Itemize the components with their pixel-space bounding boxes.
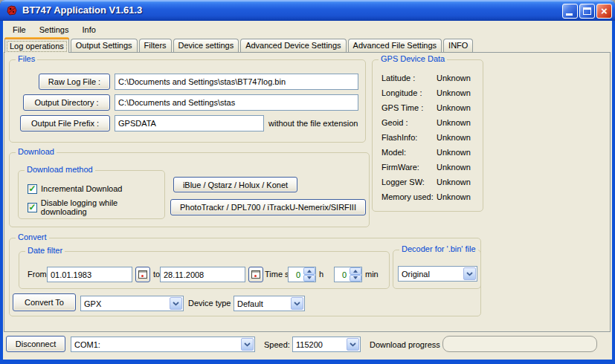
- chevron-down-icon: [244, 342, 251, 347]
- com-port-combobox[interactable]: COM1:: [71, 337, 255, 352]
- speed-label: Speed:: [264, 340, 290, 349]
- minimize-icon: [566, 13, 573, 16]
- window-title: BT747 Application V1.61.3: [22, 4, 142, 16]
- tab-panel: [4, 52, 611, 332]
- menu-item-settings[interactable]: Settings: [33, 23, 76, 36]
- tab-output-settings[interactable]: Output Settings: [71, 39, 138, 52]
- maximize-icon: [583, 7, 591, 15]
- titlebar[interactable]: BT747 Application V1.61.3 ×: [0, 0, 615, 21]
- speed-value: 115200: [296, 340, 323, 349]
- com-port-value: COM1:: [74, 340, 100, 349]
- app-icon: [6, 4, 18, 16]
- close-icon: ×: [601, 5, 608, 16]
- download-progress-label: Download progress: [370, 340, 440, 349]
- download-progress-bar: [442, 336, 597, 352]
- speed-dropdown-button[interactable]: [347, 338, 359, 351]
- menu-item-info[interactable]: Info: [75, 23, 102, 36]
- tab-filters[interactable]: Filters: [139, 39, 172, 52]
- tab-info[interactable]: INFO: [443, 39, 473, 52]
- maximize-button[interactable]: [579, 4, 595, 19]
- tab-device-settings[interactable]: Device settings: [173, 39, 239, 52]
- tab-log-operations[interactable]: Log operations: [4, 37, 69, 53]
- tab-strip: Log operations Output Settings Filters D…: [4, 37, 473, 52]
- close-button[interactable]: ×: [596, 4, 612, 19]
- app-window: BT747 Application V1.61.3 × File Setting…: [0, 0, 615, 364]
- speed-combobox[interactable]: 115200: [292, 337, 361, 352]
- minimize-button[interactable]: [562, 4, 578, 19]
- tab-advanced-device-settings[interactable]: Advanced Device Settings: [240, 39, 346, 52]
- com-port-dropdown-button[interactable]: [241, 338, 254, 351]
- tab-advanced-file-settings[interactable]: Advanced File Settings: [348, 39, 442, 52]
- menubar: File Settings Info: [3, 22, 612, 37]
- disconnect-button[interactable]: Disconnect: [6, 336, 65, 352]
- chevron-down-icon: [350, 342, 356, 347]
- menu-item-file[interactable]: File: [6, 23, 33, 36]
